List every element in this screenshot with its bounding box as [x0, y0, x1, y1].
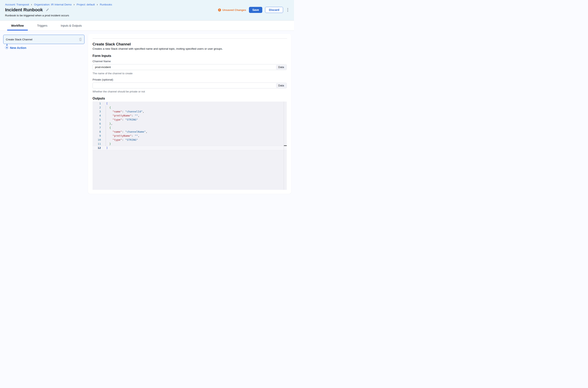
breadcrumb: Account: Transposit›Organization: IR Int… [5, 3, 112, 6]
save-button[interactable]: Save [249, 7, 262, 13]
unsaved-changes-status: ! Unsaved Changes [218, 8, 246, 12]
breadcrumb-separator: › [31, 3, 32, 6]
code-line: 8 "name": "channelName", [93, 130, 287, 134]
page-header: Account: Transposit›Organization: IR Int… [0, 0, 294, 21]
code-line: 9 "prettyName": "", [93, 134, 287, 138]
workflow-connector-line [7, 44, 7, 46]
breadcrumb-link[interactable]: Account: Transposit [5, 3, 29, 6]
code-text: "type": "STRING" [103, 138, 138, 142]
page-subtitle: Runbook to be triggered when a prod inci… [5, 14, 69, 17]
workflow-action-card[interactable]: Create Slack Channel [3, 35, 84, 44]
line-number: 10 [93, 138, 103, 142]
form-inputs-heading: Form Inputs [93, 54, 111, 58]
unsaved-changes-label: Unsaved Changes [222, 8, 246, 12]
action-detail-panel: Create Slack Channel Creates a new Slack… [88, 34, 291, 194]
line-number: 2 [93, 106, 103, 110]
channel-name-helper: The name of the channel to create [93, 72, 133, 75]
channel-name-label: Channel Name [93, 60, 111, 63]
outputs-heading: Outputs [93, 97, 105, 100]
line-number: 8 [93, 130, 103, 134]
title-row: Incident Runbook [5, 7, 49, 13]
edit-title-icon[interactable] [46, 8, 49, 12]
private-helper: Whether the channel should be private or… [93, 90, 145, 93]
code-text: "prettyName": "", [103, 114, 139, 118]
new-action-plus-icon[interactable] [5, 46, 8, 49]
code-line: 1[ [93, 101, 287, 106]
code-line: 2 { [93, 106, 287, 110]
code-line: 10 "type": "STRING" [93, 138, 287, 142]
top-divider [93, 38, 287, 39]
code-text: { [103, 126, 111, 130]
tab-workflow[interactable]: Workflow [7, 21, 28, 30]
line-number: 12 [93, 146, 103, 150]
line-number: 9 [93, 134, 103, 138]
code-line: 6 }, [93, 122, 287, 126]
private-field-wrap: Data [93, 83, 287, 88]
code-line: 3 "name": "channelId", [93, 110, 287, 114]
private-data-button[interactable]: Data [276, 83, 286, 88]
more-options-icon[interactable] [286, 7, 290, 13]
code-text: "name": "channelName", [103, 130, 147, 134]
editor-scrollbar-marker[interactable] [284, 145, 287, 146]
private-label: Private (optional) [93, 78, 113, 81]
line-number: 1 [93, 101, 103, 106]
page-title: Incident Runbook [5, 7, 43, 13]
code-line: 5 "type": "STRING" [93, 118, 287, 122]
new-action-button[interactable]: New Action [10, 46, 26, 49]
line-number: 11 [93, 142, 103, 146]
code-text: "name": "channelId", [103, 110, 144, 114]
outputs-code-editor[interactable]: 1[2 {3 "name": "channelId",4 "prettyName… [93, 101, 287, 190]
code-text: [ [103, 101, 108, 106]
private-input[interactable] [93, 83, 287, 88]
tab-triggers[interactable]: Triggers [33, 21, 52, 30]
channel-name-input[interactable] [93, 64, 287, 70]
breadcrumb-separator: › [74, 3, 75, 6]
warning-icon: ! [218, 8, 221, 12]
code-lines: 1[2 {3 "name": "channelId",4 "prettyName… [93, 101, 287, 150]
channel-name-data-button[interactable]: Data [276, 65, 286, 70]
code-text: ] [103, 146, 108, 150]
line-number: 5 [93, 118, 103, 122]
header-actions: ! Unsaved Changes Save Discard [218, 7, 290, 13]
code-line: 11 } [93, 142, 287, 146]
tab-bar: WorkflowTriggersInputs & Outputs [0, 21, 294, 31]
code-line: 12] [93, 146, 287, 150]
code-text: } [103, 142, 111, 146]
channel-name-field-wrap: Data [93, 64, 287, 70]
line-number: 4 [93, 114, 103, 118]
code-line: 7 { [93, 126, 287, 130]
action-detail-title: Create Slack Channel [93, 42, 131, 47]
breadcrumb-link[interactable]: Organization: IR Internal Demo [34, 3, 72, 6]
code-text: { [103, 106, 111, 110]
tab-inputs-outputs[interactable]: Inputs & Outputs [57, 21, 86, 30]
breadcrumb-separator: › [97, 3, 98, 6]
line-number: 7 [93, 126, 103, 130]
code-text: "prettyName": "", [103, 134, 139, 138]
breadcrumb-link[interactable]: Runbooks [100, 3, 112, 6]
action-card-label: Create Slack Channel [6, 38, 32, 41]
delete-action-icon[interactable] [79, 38, 82, 41]
code-text: }, [103, 122, 112, 126]
code-line: 4 "prettyName": "", [93, 114, 287, 118]
breadcrumb-link[interactable]: Project: default [77, 3, 95, 6]
content-area: Create Slack Channel New Action Create S… [0, 31, 294, 194]
discard-button[interactable]: Discard [265, 7, 283, 13]
line-number: 6 [93, 122, 103, 126]
action-detail-description: Creates a new Slack channel with specifi… [93, 47, 223, 50]
line-number: 3 [93, 110, 103, 114]
code-text: "type": "STRING" [103, 118, 138, 122]
